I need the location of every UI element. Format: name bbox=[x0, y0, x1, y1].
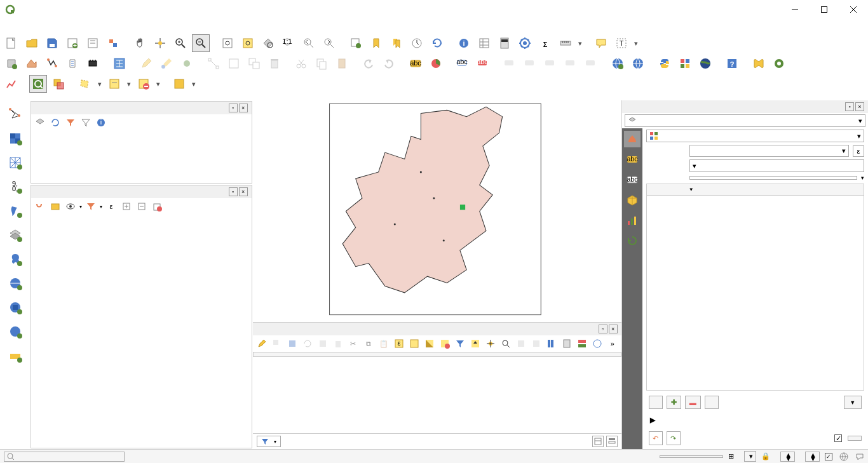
add-postgis-icon[interactable] bbox=[6, 250, 24, 268]
move-label-icon[interactable] bbox=[541, 55, 559, 72]
zoom-to-selection-icon[interactable] bbox=[239, 34, 257, 52]
invert-selection-icon[interactable] bbox=[423, 337, 436, 350]
field-calculator-icon[interactable] bbox=[560, 337, 573, 350]
manage-visibility-icon[interactable] bbox=[64, 200, 77, 213]
delete-selected-icon[interactable] bbox=[266, 55, 283, 72]
diagram-icon[interactable] bbox=[427, 55, 445, 72]
add-wcs-icon[interactable] bbox=[6, 299, 24, 316]
zoom-to-layer-icon[interactable] bbox=[259, 34, 277, 52]
refresh-icon[interactable] bbox=[49, 116, 62, 129]
zoom-out-icon[interactable] bbox=[192, 34, 210, 52]
zoom-in-icon[interactable] bbox=[172, 34, 189, 52]
zoom-next-icon[interactable] bbox=[320, 34, 338, 52]
add-class-button[interactable]: ✚ bbox=[667, 396, 681, 409]
add-feature-icon[interactable] bbox=[316, 337, 329, 350]
log-messages-icon[interactable] bbox=[855, 452, 864, 461]
highlight-pinned-labels-icon[interactable]: abc bbox=[474, 55, 492, 72]
filter-by-expression-icon[interactable]: ε bbox=[105, 200, 118, 213]
new-vector-layer-icon[interactable] bbox=[3, 55, 20, 72]
deselect-all-icon[interactable] bbox=[135, 75, 153, 93]
save-edits-icon[interactable] bbox=[158, 55, 175, 72]
new-project-icon[interactable] bbox=[3, 34, 20, 52]
new-memory-layer-icon[interactable] bbox=[84, 55, 102, 72]
maximize-button[interactable] bbox=[810, 0, 839, 19]
masks-tab-icon[interactable]: abc bbox=[624, 171, 641, 188]
paste-icon[interactable] bbox=[333, 55, 351, 72]
rotation-field[interactable]: ▲▼ bbox=[805, 452, 820, 462]
layer-labeling-options-icon[interactable]: abc bbox=[454, 55, 471, 72]
save-edits-icon[interactable] bbox=[286, 337, 299, 350]
actions-icon[interactable] bbox=[591, 337, 604, 350]
value-selector[interactable]: ▾ bbox=[689, 145, 849, 157]
history-tab-icon[interactable] bbox=[624, 232, 641, 249]
new-print-layout-icon[interactable]: + bbox=[64, 34, 81, 52]
select-all-icon[interactable] bbox=[408, 337, 421, 350]
layer-style-icon[interactable] bbox=[34, 200, 46, 213]
filter-selection-icon[interactable] bbox=[454, 337, 466, 350]
multi-edit-icon[interactable] bbox=[245, 55, 263, 72]
pin-labels-icon[interactable] bbox=[501, 55, 519, 72]
add-wfs-icon[interactable] bbox=[6, 347, 24, 365]
show-all-features-button[interactable]: ▾ bbox=[257, 436, 281, 447]
3d-tab-icon[interactable] bbox=[624, 192, 641, 208]
label-icon[interactable]: abc bbox=[407, 55, 424, 72]
new-geopackage-icon[interactable] bbox=[64, 55, 81, 72]
redo-style-button[interactable]: ↷ bbox=[667, 431, 681, 445]
layer-selector[interactable]: ▾ bbox=[625, 114, 865, 127]
locator-input[interactable] bbox=[4, 452, 125, 462]
qgis2web-icon[interactable] bbox=[750, 55, 768, 72]
add-wms-icon[interactable] bbox=[6, 274, 24, 292]
pan-to-selected-icon[interactable] bbox=[484, 337, 497, 350]
pan-to-selection-icon[interactable] bbox=[151, 34, 169, 52]
vertex-tool-icon[interactable] bbox=[205, 55, 222, 72]
add-feature-icon[interactable] bbox=[178, 55, 196, 72]
close-panel-icon[interactable]: × bbox=[855, 102, 864, 111]
python-console-icon[interactable] bbox=[656, 55, 674, 72]
map-tips-icon[interactable] bbox=[592, 34, 610, 52]
undock-icon[interactable]: ▫ bbox=[229, 187, 238, 196]
close-panel-icon[interactable]: × bbox=[609, 325, 618, 333]
classify-button[interactable] bbox=[649, 396, 663, 409]
zoom-full-icon[interactable] bbox=[219, 34, 236, 52]
diagrams-tab-icon[interactable] bbox=[624, 212, 641, 229]
undock-icon[interactable]: ▫ bbox=[845, 102, 854, 111]
temporal-controller-icon[interactable] bbox=[408, 34, 426, 52]
layout-manager-icon[interactable] bbox=[84, 34, 102, 52]
copy-icon[interactable]: ⧉ bbox=[362, 337, 375, 350]
add-vector-layer-icon[interactable] bbox=[23, 55, 41, 72]
add-virtual-layer-icon[interactable] bbox=[6, 226, 24, 244]
dropdown-icon[interactable]: ▾ bbox=[633, 39, 639, 48]
ramp-selector[interactable] bbox=[689, 176, 857, 180]
new-virtual-layer-icon[interactable] bbox=[111, 55, 128, 72]
undo-icon[interactable] bbox=[360, 55, 377, 72]
zoom-last-icon[interactable] bbox=[300, 34, 318, 52]
move-to-top-icon[interactable] bbox=[469, 337, 482, 350]
osm-world-icon[interactable] bbox=[609, 55, 627, 72]
delete-all-button[interactable] bbox=[705, 396, 719, 409]
plugin-grid-icon[interactable] bbox=[676, 55, 694, 72]
statistics-icon[interactable]: Σ bbox=[536, 34, 554, 52]
change-label-icon[interactable] bbox=[582, 55, 600, 72]
magnifier-field[interactable]: ▲▼ bbox=[780, 452, 795, 462]
undo-style-button[interactable]: ↶ bbox=[649, 431, 663, 445]
dropdown-icon[interactable]: ▾ bbox=[577, 39, 583, 48]
symbol-selector[interactable]: ▾ bbox=[689, 159, 864, 172]
plugin-world-icon[interactable] bbox=[629, 55, 647, 72]
add-mesh-icon[interactable] bbox=[6, 154, 24, 171]
field-calculator-icon[interactable] bbox=[496, 34, 513, 52]
dropdown-icon[interactable]: ▾ bbox=[126, 80, 132, 88]
add-group-icon[interactable] bbox=[49, 200, 62, 213]
collapse-icon[interactable] bbox=[79, 116, 92, 129]
delete-field-icon[interactable] bbox=[530, 337, 543, 350]
symbology-tab-icon[interactable] bbox=[624, 131, 641, 147]
select-form-icon[interactable] bbox=[105, 75, 123, 93]
category-list[interactable]: ▼ bbox=[646, 184, 864, 391]
style-manager-icon[interactable] bbox=[104, 34, 122, 52]
scale-field[interactable]: ▾ bbox=[744, 451, 756, 462]
metasearch-icon[interactable] bbox=[696, 55, 714, 72]
measure-icon[interactable] bbox=[557, 34, 574, 52]
extents-icon[interactable]: ⊞ bbox=[728, 452, 734, 460]
close-button[interactable] bbox=[839, 0, 868, 19]
deselect-all-icon[interactable] bbox=[438, 337, 451, 350]
georeferencer-icon[interactable] bbox=[29, 75, 47, 93]
